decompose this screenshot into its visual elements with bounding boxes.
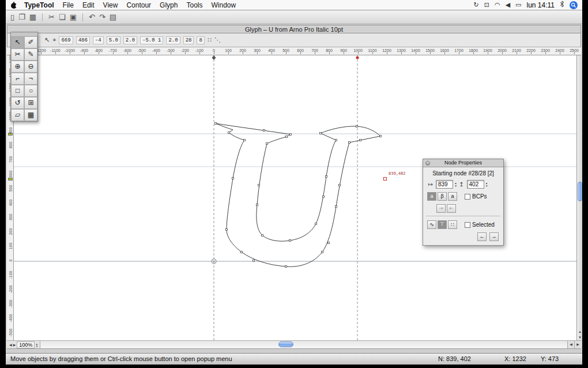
start-node-marker[interactable] xyxy=(384,178,387,181)
zoom-level[interactable]: 100% xyxy=(17,341,35,348)
tool-palette[interactable]: ↖✐✂✎⊕⊖⌐¬□○↺⊞▱▦ xyxy=(10,32,38,122)
pencil-tool[interactable]: ✎ xyxy=(24,48,37,61)
scroll-right-icon[interactable]: ▶ xyxy=(574,341,581,348)
position-icon[interactable]: ⌖ xyxy=(52,36,56,44)
glyph-node[interactable] xyxy=(266,143,268,145)
advance-top-marker[interactable] xyxy=(356,57,359,59)
copy-icon[interactable]: ❏ xyxy=(59,13,66,21)
menu-contour[interactable]: Contour xyxy=(126,1,151,9)
glyph-node[interactable] xyxy=(226,229,228,231)
pointer-icon[interactable]: ↖ xyxy=(44,36,50,44)
redo-icon[interactable]: ↷ xyxy=(99,13,105,21)
scroll-down-icon[interactable]: ▼ xyxy=(577,335,582,340)
palette-drag-bar[interactable] xyxy=(11,32,37,36)
wifi-icon[interactable]: ◠ xyxy=(495,1,500,9)
align-x-button[interactable]: ⇥ xyxy=(436,204,446,213)
menu-window[interactable]: Window xyxy=(211,1,236,9)
field-6[interactable]: -5.0 1 xyxy=(140,36,163,44)
menu-clock[interactable]: lun 14:11 xyxy=(527,1,555,9)
node-type-smooth-button[interactable]: β xyxy=(438,192,447,201)
volume-icon[interactable]: ◀ xyxy=(506,1,510,9)
glyph-outline[interactable] xyxy=(216,123,380,266)
field-9[interactable]: 8 xyxy=(197,36,204,44)
glyph-node[interactable] xyxy=(336,140,337,141)
height-field[interactable]: 486 xyxy=(76,36,90,44)
corner-node-tool[interactable]: ⌐ xyxy=(11,73,24,85)
eraser-tool[interactable]: ✐ xyxy=(24,36,37,48)
undo-icon[interactable]: ↶ xyxy=(89,13,95,21)
glyph-node[interactable] xyxy=(380,136,382,137)
glyph-node[interactable] xyxy=(289,240,291,242)
glyph-node[interactable] xyxy=(349,142,350,144)
cut-icon[interactable]: ✂ xyxy=(48,13,55,21)
glyph-node[interactable] xyxy=(215,123,217,125)
y-stepper[interactable]: ▴▾ xyxy=(486,182,488,187)
zoom-out-icon[interactable]: ◀ xyxy=(9,343,12,347)
menu-file[interactable]: File xyxy=(63,1,74,9)
align-y-button[interactable]: ⇤ xyxy=(447,204,456,213)
next-node-button[interactable]: → xyxy=(489,232,499,241)
zoom-stepper[interactable]: ▴▾ xyxy=(36,343,37,347)
menu-typetool[interactable]: TypeTool xyxy=(24,1,54,9)
rotate-tool[interactable]: ↺ xyxy=(11,97,24,109)
origin-top-marker[interactable] xyxy=(212,55,216,60)
glyph-node[interactable] xyxy=(339,185,341,186)
y-coordinate-field[interactable]: 402 xyxy=(467,180,484,189)
select-tool[interactable]: ↖ xyxy=(11,36,24,48)
glyph-node[interactable] xyxy=(286,136,288,138)
field-8[interactable]: 28 xyxy=(183,36,194,44)
spotlight-icon[interactable] xyxy=(570,1,578,9)
node-properties-titlebar[interactable]: Node Properties xyxy=(423,159,503,167)
glyph-node[interactable] xyxy=(232,178,234,179)
scroll-left-icon[interactable]: ◀ xyxy=(567,341,574,348)
add-node-tool[interactable]: ⊕ xyxy=(11,61,24,73)
glyph-node[interactable] xyxy=(257,204,258,206)
horizontal-scrollbar[interactable] xyxy=(40,341,567,348)
node-properties-palette[interactable]: Node Properties Starting node #28/28 [2]… xyxy=(423,159,504,246)
selected-checkbox[interactable] xyxy=(465,222,470,228)
glyph-node[interactable] xyxy=(228,132,230,134)
close-icon[interactable] xyxy=(425,161,430,166)
rectangle-tool[interactable]: □ xyxy=(11,85,24,97)
glyph-node[interactable] xyxy=(323,196,325,198)
remove-node-tool[interactable]: ⊖ xyxy=(24,61,37,73)
vertical-scrollbar-thumb[interactable] xyxy=(578,182,582,201)
menu-edit[interactable]: Edit xyxy=(82,1,95,9)
grid-icon[interactable]: ∷ xyxy=(208,36,212,44)
width-field[interactable]: 669 xyxy=(59,36,73,44)
ellipse-tool[interactable]: ○ xyxy=(24,85,37,97)
battery-icon[interactable]: ▭ xyxy=(515,1,521,9)
scale-tool[interactable]: ⊞ xyxy=(24,97,37,109)
menu-tools[interactable]: Tools xyxy=(186,1,202,9)
apple-menu-icon[interactable] xyxy=(10,1,17,9)
new-icon[interactable]: ▯ xyxy=(10,13,14,21)
glyph-node[interactable] xyxy=(290,134,292,136)
print-icon[interactable]: ▤ xyxy=(110,13,116,21)
glyph-node[interactable] xyxy=(253,260,255,262)
x-stepper[interactable]: ▴▾ xyxy=(455,182,457,187)
slant-tool[interactable]: ▱ xyxy=(11,109,24,121)
glyph-node[interactable] xyxy=(326,176,327,178)
snap-icon[interactable]: ⋱ xyxy=(214,36,221,44)
line-connection-button[interactable]: ⊤ xyxy=(438,220,447,229)
menu-view[interactable]: View xyxy=(103,1,118,9)
menu-glyph[interactable]: Glyph xyxy=(160,1,178,9)
paste-icon[interactable]: ▣ xyxy=(70,13,77,21)
field-4[interactable]: 5.0 xyxy=(107,36,120,44)
glyph-node[interactable] xyxy=(258,185,260,186)
bluetooth-icon[interactable] xyxy=(560,1,564,9)
field-7[interactable]: 2.0 xyxy=(166,36,180,44)
previous-node-button[interactable]: ← xyxy=(477,232,487,241)
glyph-node[interactable] xyxy=(320,133,322,134)
glyph-node[interactable] xyxy=(356,126,358,127)
glyph-node[interactable] xyxy=(285,266,287,268)
scroll-up-icon[interactable]: ▲ xyxy=(577,329,582,335)
glyph-node[interactable] xyxy=(263,130,265,132)
node-type-sharp-button[interactable]: a xyxy=(427,192,436,201)
zoom-in-icon[interactable]: ▶ xyxy=(13,343,16,347)
angle-field[interactable]: -4 xyxy=(93,36,104,44)
window-titlebar[interactable]: Glyph – U from Arno Pro Italic 10pt xyxy=(7,25,581,33)
knife-tool[interactable]: ✂ xyxy=(11,48,24,61)
mesh-tool[interactable]: ▦ xyxy=(24,109,37,121)
horizontal-scrollbar-thumb[interactable] xyxy=(278,341,293,347)
